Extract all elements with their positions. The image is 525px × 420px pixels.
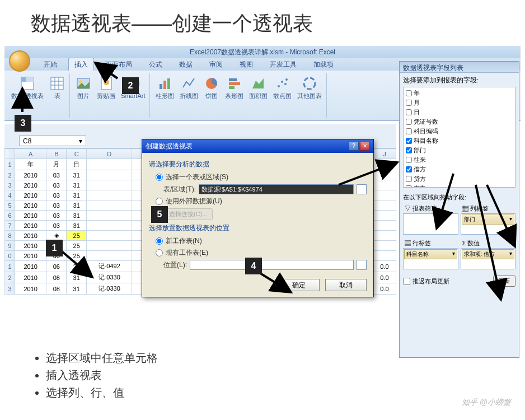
cell[interactable] bbox=[87, 251, 132, 261]
cell[interactable]: 记-0330 bbox=[87, 272, 132, 283]
tab-layout[interactable]: 页面布局 bbox=[100, 58, 138, 71]
cell[interactable] bbox=[373, 231, 396, 241]
values-area[interactable]: 求和项: 借方▾ bbox=[461, 248, 516, 269]
scatter-chart-button[interactable]: 散点图 bbox=[272, 74, 293, 111]
cell[interactable] bbox=[373, 190, 396, 200]
field-item[interactable]: 科目名称 bbox=[405, 136, 514, 146]
row-header[interactable]: 9 bbox=[5, 241, 15, 251]
row-header[interactable]: 2 bbox=[5, 170, 15, 180]
field-item[interactable]: 方向 bbox=[405, 184, 514, 188]
column-area[interactable]: 部门▾ bbox=[461, 213, 516, 235]
row-area[interactable]: 科目名称▾ bbox=[403, 248, 458, 269]
range-input[interactable]: 数据源!$A$1:$K$4974 bbox=[199, 184, 354, 194]
cell[interactable]: 03 bbox=[46, 221, 67, 231]
cell[interactable] bbox=[87, 159, 132, 170]
col-header[interactable]: A bbox=[15, 149, 46, 159]
picture-button[interactable]: 图片 bbox=[74, 74, 92, 111]
cell[interactable]: 0.0 bbox=[373, 283, 396, 295]
cell[interactable] bbox=[87, 221, 132, 231]
cell[interactable] bbox=[373, 251, 396, 261]
cell[interactable]: 31 bbox=[67, 200, 87, 211]
cell[interactable] bbox=[87, 190, 132, 200]
cell[interactable] bbox=[87, 211, 132, 221]
opt-external[interactable]: 使用外部数据源(U) bbox=[156, 195, 367, 207]
cell[interactable] bbox=[373, 200, 396, 211]
tab-addins[interactable]: 加载项 bbox=[308, 58, 339, 71]
field-item[interactable]: 科目编码 bbox=[405, 127, 514, 136]
col-header[interactable]: B bbox=[46, 149, 67, 159]
tab-formulas[interactable]: 公式 bbox=[143, 58, 168, 71]
cell[interactable] bbox=[87, 241, 132, 251]
cell[interactable]: 08 bbox=[46, 283, 67, 295]
line-chart-button[interactable]: 折线图 bbox=[179, 74, 199, 111]
cell[interactable]: 31 bbox=[67, 272, 87, 283]
col-header[interactable]: D bbox=[87, 149, 132, 159]
opt-new-sheet[interactable]: 新工作表(N) bbox=[156, 235, 367, 247]
tab-view[interactable]: 视图 bbox=[234, 58, 259, 71]
cell[interactable]: 25 bbox=[67, 231, 87, 241]
cell[interactable]: 31 bbox=[67, 170, 87, 180]
cell[interactable] bbox=[373, 180, 396, 190]
cell[interactable]: 25 bbox=[67, 261, 87, 272]
cell[interactable]: 2010 bbox=[15, 190, 46, 200]
row-header[interactable]: 3 bbox=[5, 180, 15, 190]
other-chart-button[interactable]: 其他图表 bbox=[296, 74, 323, 111]
cancel-button[interactable]: 取消 bbox=[325, 279, 367, 291]
cell[interactable]: 日 bbox=[67, 159, 87, 170]
cell[interactable]: 2010 bbox=[15, 272, 46, 283]
cell[interactable] bbox=[373, 211, 396, 221]
opt-select-range[interactable]: 选择一个表或区域(S) bbox=[156, 171, 367, 183]
cell[interactable] bbox=[373, 159, 396, 170]
cell[interactable]: 记-0492 bbox=[87, 261, 132, 272]
cell[interactable]: 2010 bbox=[15, 251, 46, 261]
column-chart-button[interactable]: 柱形图 bbox=[154, 74, 175, 111]
cell[interactable]: 0.0 bbox=[373, 261, 396, 272]
cell[interactable]: 31 bbox=[67, 180, 87, 190]
cell[interactable] bbox=[87, 231, 132, 241]
location-picker-icon[interactable] bbox=[357, 260, 367, 270]
name-box[interactable]: C8▾ bbox=[19, 136, 86, 146]
defer-checkbox[interactable] bbox=[403, 278, 410, 285]
row-header[interactable]: 3 bbox=[5, 283, 15, 295]
range-picker-icon[interactable] bbox=[357, 184, 367, 194]
row-header[interactable]: 4 bbox=[5, 190, 15, 200]
cell[interactable]: 03 bbox=[46, 211, 67, 221]
field-item[interactable]: 部门 bbox=[405, 146, 514, 155]
help-button[interactable]: ? bbox=[349, 142, 359, 151]
update-button[interactable]: 更新 bbox=[493, 276, 515, 287]
cell[interactable] bbox=[373, 221, 396, 231]
column-item[interactable]: 部门▾ bbox=[462, 214, 515, 225]
cell[interactable]: 03 bbox=[46, 190, 67, 200]
row-header[interactable]: 6 bbox=[5, 211, 15, 221]
cell[interactable] bbox=[87, 180, 132, 190]
row-header[interactable]: 2 bbox=[5, 272, 15, 283]
cell[interactable]: 31 bbox=[67, 211, 87, 221]
cell[interactable]: ◈ bbox=[46, 231, 67, 241]
cell[interactable]: 31 bbox=[67, 221, 87, 231]
location-input[interactable] bbox=[190, 260, 354, 270]
cell[interactable]: 月 bbox=[46, 159, 67, 170]
cell[interactable]: 08 bbox=[46, 272, 67, 283]
field-item[interactable]: 借方 bbox=[405, 165, 514, 174]
value-item[interactable]: 求和项: 借方▾ bbox=[462, 249, 515, 259]
col-header[interactable]: C bbox=[67, 149, 87, 159]
cell[interactable]: 2010 bbox=[15, 261, 46, 272]
tab-home[interactable]: 开始 bbox=[38, 58, 63, 71]
cell[interactable]: 2010 bbox=[15, 200, 46, 211]
cell[interactable]: 记-0330 bbox=[87, 283, 132, 295]
office-button[interactable] bbox=[9, 50, 30, 72]
close-button[interactable]: ✕ bbox=[360, 142, 370, 151]
cell[interactable]: 03 bbox=[46, 170, 67, 180]
row-header[interactable]: 8 bbox=[5, 231, 15, 241]
row-header[interactable]: 1 bbox=[5, 159, 15, 170]
field-item[interactable]: 年 bbox=[405, 88, 514, 98]
tab-developer[interactable]: 开发工具 bbox=[264, 58, 302, 71]
field-checklist[interactable]: 年月日凭证号数科目编码科目名称部门往来借方贷方方向余额 bbox=[403, 87, 515, 188]
row-header[interactable]: 7 bbox=[5, 221, 15, 231]
bar-chart-button[interactable]: 条形图 bbox=[224, 74, 245, 111]
cell[interactable]: 年 bbox=[15, 159, 46, 170]
field-item[interactable]: 往来 bbox=[405, 155, 514, 165]
field-item[interactable]: 凭证号数 bbox=[405, 117, 514, 127]
clipart-button[interactable]: 剪贴画 bbox=[96, 74, 116, 111]
cell[interactable]: 2010 bbox=[15, 231, 46, 241]
